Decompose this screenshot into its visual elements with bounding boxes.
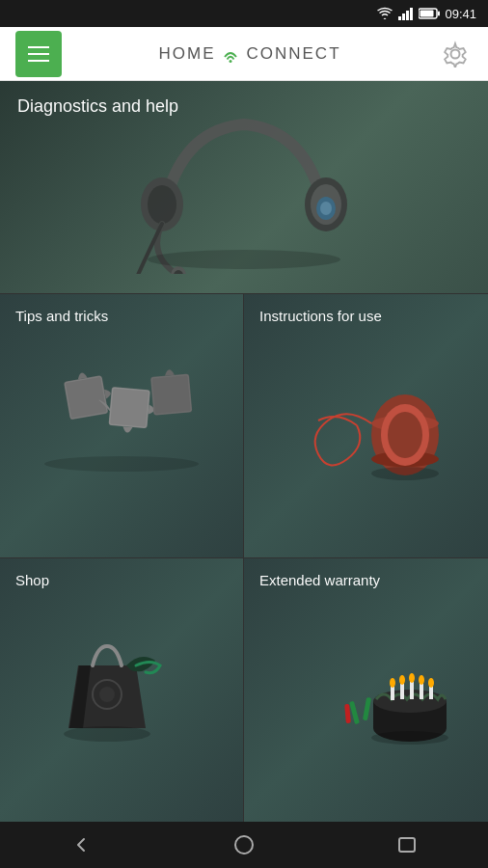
bag-illustration	[35, 632, 208, 747]
svg-rect-5	[420, 11, 434, 17]
warranty-label: Extended warranty	[259, 572, 380, 588]
bottom-nav	[0, 822, 488, 868]
home-icon	[233, 834, 255, 855]
thread-illustration	[280, 367, 453, 483]
svg-rect-22	[150, 374, 192, 416]
instructions-cell[interactable]: Instructions for use	[244, 294, 488, 558]
tips-bg	[0, 294, 243, 557]
svg-rect-1	[402, 14, 405, 20]
svg-point-10	[148, 185, 176, 224]
svg-point-8	[451, 49, 460, 58]
warranty-bg	[244, 558, 488, 823]
svg-rect-6	[438, 12, 440, 16]
settings-button[interactable]	[438, 37, 473, 71]
main-content: Diagnostics and help	[0, 81, 488, 822]
status-time: 09:41	[445, 7, 476, 21]
puzzle-illustration	[35, 367, 208, 483]
logo-home-text: HOME	[158, 44, 215, 64]
back-button[interactable]	[52, 822, 110, 868]
svg-point-30	[371, 467, 439, 480]
svg-point-24	[44, 456, 199, 472]
recent-icon	[396, 834, 418, 855]
menu-button[interactable]	[15, 31, 62, 77]
svg-point-32	[99, 687, 115, 702]
svg-point-14	[320, 202, 332, 215]
wifi-icon	[376, 7, 393, 20]
svg-point-49	[428, 678, 434, 688]
tips-cell[interactable]: Tips and tricks	[0, 294, 244, 558]
warranty-cell[interactable]: Extended warranty	[244, 558, 488, 823]
svg-point-7	[230, 60, 232, 63]
logo-connect-text: CONNECT	[246, 44, 340, 64]
svg-rect-36	[344, 704, 351, 723]
svg-rect-0	[398, 16, 401, 20]
battery-icon	[419, 8, 440, 19]
svg-point-48	[419, 675, 424, 685]
grid-container: Tips and tricks	[0, 293, 488, 822]
svg-point-45	[390, 678, 395, 688]
gear-icon	[442, 41, 469, 68]
header: HOME CONNECT	[0, 27, 488, 81]
shop-cell[interactable]: Shop	[0, 558, 244, 823]
shop-bg	[0, 558, 243, 823]
svg-rect-52	[399, 838, 415, 852]
svg-point-47	[409, 673, 415, 683]
status-icons: 09:41	[376, 7, 476, 21]
shop-label: Shop	[15, 572, 49, 588]
svg-rect-3	[410, 8, 413, 20]
headset-illustration	[109, 100, 379, 274]
recent-button[interactable]	[378, 822, 436, 868]
home-button[interactable]	[215, 822, 273, 868]
svg-rect-2	[406, 11, 409, 20]
logo: HOME CONNECT	[158, 43, 340, 65]
svg-point-33	[64, 726, 150, 742]
svg-point-46	[399, 675, 405, 685]
diagnostics-label: Diagnostics and help	[17, 96, 178, 117]
svg-point-51	[235, 836, 253, 854]
svg-point-50	[371, 731, 448, 745]
status-bar: 09:41	[0, 0, 488, 27]
back-icon	[70, 834, 92, 855]
signal-icon	[398, 7, 414, 20]
menu-line-3	[28, 60, 49, 62]
svg-point-29	[388, 412, 422, 458]
instructions-label: Instructions for use	[259, 308, 382, 324]
svg-rect-20	[109, 387, 150, 428]
menu-line-2	[28, 53, 49, 55]
logo-wifi-arc	[220, 43, 241, 65]
instructions-bg	[244, 294, 488, 557]
menu-line-1	[28, 46, 49, 48]
svg-rect-35	[362, 697, 370, 721]
tips-label: Tips and tricks	[15, 308, 108, 324]
svg-point-17	[148, 250, 340, 269]
cake-illustration	[280, 632, 453, 747]
diagnostics-hero[interactable]: Diagnostics and help	[0, 81, 488, 293]
